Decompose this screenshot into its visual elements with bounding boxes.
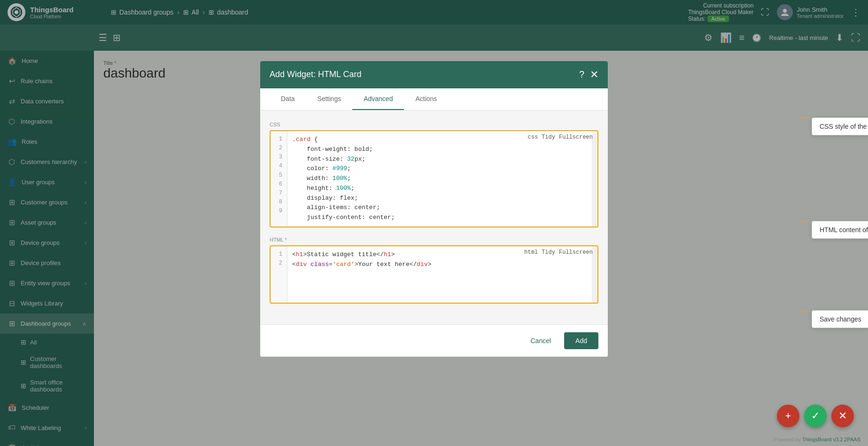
tab-actions[interactable]: Actions	[404, 88, 448, 110]
fab-close-button[interactable]: ✕	[831, 405, 854, 427]
modal-header: Add Widget: HTML Card ? ✕	[260, 61, 608, 88]
html-tidy-btn[interactable]: Tidy	[542, 249, 555, 256]
add-widget-modal: Add Widget: HTML Card ? ✕ Data Settings …	[260, 61, 608, 357]
add-button[interactable]: Add	[564, 332, 598, 349]
cancel-button[interactable]: Cancel	[523, 333, 558, 348]
css-annotation-arrow: ←	[798, 111, 810, 124]
css-label: CSS	[270, 122, 598, 127]
tab-data[interactable]: Data	[270, 88, 306, 110]
html-line-numbers: 12	[271, 246, 287, 303]
css-fullscreen-btn[interactable]: Fullscreen	[559, 134, 593, 141]
css-line-numbers: 123456789	[271, 131, 287, 227]
modal-footer: Cancel Add	[260, 324, 608, 357]
css-scrollbar[interactable]	[592, 131, 597, 227]
tab-settings[interactable]: Settings	[306, 88, 353, 110]
html-label: HTML *	[270, 237, 598, 243]
html-annotation-arrow: ←	[798, 214, 810, 227]
modal-tabs: Data Settings Advanced Actions	[260, 88, 608, 110]
modal-title: Add Widget: HTML Card	[270, 70, 361, 79]
css-code-content[interactable]: .card { font-weight: bold; font-size: 32…	[287, 131, 592, 227]
css-code-body: 123456789 .card { font-weight: bold; fon…	[271, 131, 597, 227]
css-tidy-btn[interactable]: Tidy	[542, 134, 555, 141]
modal-overlay: Add Widget: HTML Card ? ✕ Data Settings …	[0, 0, 868, 446]
tab-advanced[interactable]: Advanced	[352, 88, 404, 110]
html-btn[interactable]: html	[524, 249, 538, 256]
css-editor: 123456789 .card { font-weight: bold; fon…	[270, 130, 598, 227]
css-annotation-text: CSS style of the card	[812, 117, 868, 135]
css-btn[interactable]: css	[528, 134, 538, 141]
html-annotation-text: HTML content of the card	[812, 221, 868, 239]
modal-close-button[interactable]: ✕	[590, 69, 598, 81]
html-editor: 12 <h1>Static widget title</h1> <div cla…	[270, 245, 598, 304]
html-code-body: 12 <h1>Static widget title</h1> <div cla…	[271, 246, 597, 303]
html-code-actions: html Tidy Fullscreen	[524, 249, 593, 256]
powered-by-link[interactable]: ThingsBoard v3.2.2PAAS	[802, 437, 860, 442]
css-code-actions: css Tidy Fullscreen	[528, 134, 593, 141]
help-icon[interactable]: ?	[579, 69, 584, 80]
html-section: HTML * 12 <h1>Static widget title</h1> <…	[270, 237, 598, 304]
modal-header-actions: ? ✕	[579, 69, 598, 81]
powered-by: Powered by ThingsBoard v3.2.2PAAS	[774, 437, 860, 442]
save-annotation-text: Save changes	[812, 310, 868, 328]
fab-check-button[interactable]: ✓	[804, 405, 827, 427]
save-annotation-arrow: ←	[798, 304, 810, 317]
html-fullscreen-btn[interactable]: Fullscreen	[559, 249, 593, 256]
css-section: CSS 123456789 .card { font-weight: bold;…	[270, 122, 598, 227]
fab-add-button[interactable]: +	[777, 405, 799, 427]
powered-by-text: Powered by ThingsBoard v3.2.2PAAS	[774, 437, 860, 442]
modal-body: CSS 123456789 .card { font-weight: bold;…	[260, 110, 608, 324]
fab-container: + ✓ ✕	[777, 405, 854, 427]
